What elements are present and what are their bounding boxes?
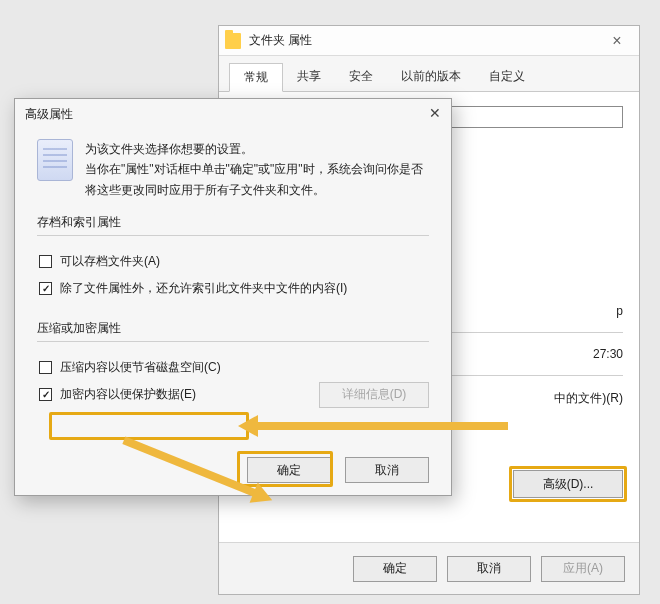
advanced-titlebar[interactable]: 高级属性 ✕ [15, 99, 451, 129]
option-compress[interactable]: 压缩内容以便节省磁盘空间(C) [37, 354, 429, 381]
option-index-label: 除了文件属性外，还允许索引此文件夹中文件的内容(I) [60, 280, 347, 297]
properties-titlebar[interactable]: 文件夹 属性 × [219, 26, 639, 56]
option-index[interactable]: 除了文件属性外，还允许索引此文件夹中文件的内容(I) [37, 275, 429, 302]
cancel-button[interactable]: 取消 [447, 556, 531, 582]
apply-button[interactable]: 应用(A) [541, 556, 625, 582]
tab-security[interactable]: 安全 [335, 63, 387, 92]
option-encrypt[interactable]: 加密内容以便保护数据(E) [37, 381, 198, 408]
checkbox-compress[interactable] [39, 361, 52, 374]
intro-line-1: 为该文件夹选择你想要的设置。 [85, 139, 429, 159]
attributes-icon [37, 139, 73, 181]
checkbox-archive[interactable] [39, 255, 52, 268]
properties-tabs: 常规 共享 安全 以前的版本 自定义 [219, 56, 639, 92]
details-button: 详细信息(D) [319, 382, 429, 408]
tab-previous[interactable]: 以前的版本 [387, 63, 475, 92]
close-icon[interactable]: ✕ [425, 103, 445, 123]
folder-icon [225, 33, 241, 49]
option-archive[interactable]: 可以存档文件夹(A) [37, 248, 429, 275]
intro-line-2: 当你在"属性"对话框中单击"确定"或"应用"时，系统会询问你是否将这些更改同时应… [85, 159, 429, 200]
option-archive-label: 可以存档文件夹(A) [60, 253, 160, 270]
highlight-encrypt [49, 412, 249, 440]
ok-button[interactable]: 确定 [353, 556, 437, 582]
tab-general[interactable]: 常规 [229, 63, 283, 92]
cancel-button[interactable]: 取消 [345, 457, 429, 483]
close-icon[interactable]: × [595, 26, 639, 56]
properties-title: 文件夹 属性 [249, 32, 312, 49]
option-compress-label: 压缩内容以便节省磁盘空间(C) [60, 359, 221, 376]
checkbox-encrypt[interactable] [39, 388, 52, 401]
advanced-title: 高级属性 [25, 106, 73, 123]
advanced-button[interactable]: 高级(D)... [513, 470, 623, 498]
advanced-attributes-dialog: 高级属性 ✕ 为该文件夹选择你想要的设置。 当你在"属性"对话框中单击"确定"或… [14, 98, 452, 496]
checkbox-index[interactable] [39, 282, 52, 295]
group-compress-title: 压缩或加密属性 [37, 320, 429, 337]
option-encrypt-label: 加密内容以便保护数据(E) [60, 386, 196, 403]
advanced-footer: 确定 取消 [15, 445, 451, 495]
ok-button[interactable]: 确定 [247, 457, 331, 483]
properties-footer: 确定 取消 应用(A) [219, 542, 639, 594]
tab-sharing[interactable]: 共享 [283, 63, 335, 92]
tab-custom[interactable]: 自定义 [475, 63, 539, 92]
group-archive-title: 存档和索引属性 [37, 214, 429, 231]
